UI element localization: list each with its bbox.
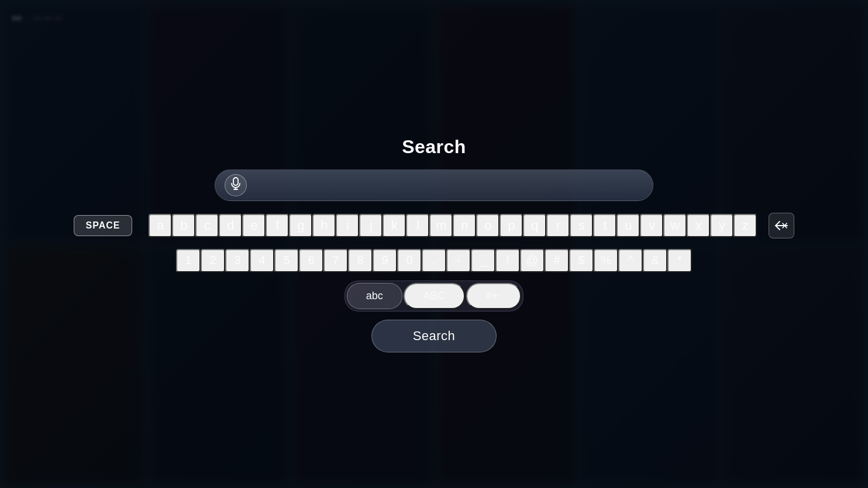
key-n[interactable]: n bbox=[453, 214, 476, 237]
key-w[interactable]: w bbox=[663, 214, 687, 237]
key-t[interactable]: t bbox=[593, 214, 616, 237]
key-s[interactable]: s bbox=[570, 214, 593, 237]
key-7[interactable]: 7 bbox=[323, 249, 348, 272]
key-e[interactable]: e bbox=[242, 214, 266, 237]
key-o[interactable]: o bbox=[476, 214, 500, 237]
search-input-bar[interactable] bbox=[215, 169, 653, 201]
mode-tab-lowercase[interactable]: abc bbox=[347, 283, 402, 309]
key-hash[interactable]: # bbox=[545, 249, 569, 272]
mode-tab-uppercase[interactable]: ABC bbox=[404, 283, 465, 309]
key-b[interactable]: b bbox=[172, 214, 195, 237]
key-5[interactable]: 5 bbox=[274, 249, 299, 272]
keyboard-row-letters: SPACE a b c d e f g h i j k l m n o p q … bbox=[74, 213, 795, 238]
mic-button[interactable] bbox=[225, 174, 247, 196]
key-3[interactable]: 3 bbox=[225, 249, 250, 272]
key-2[interactable]: 2 bbox=[201, 249, 225, 272]
key-u[interactable]: u bbox=[616, 214, 640, 237]
key-m[interactable]: m bbox=[429, 214, 453, 237]
key-ampersand[interactable]: & bbox=[643, 249, 667, 272]
key-underscore[interactable]: _ bbox=[471, 249, 495, 272]
search-text-input[interactable] bbox=[253, 170, 643, 200]
top-bar-logo: ●● bbox=[12, 13, 22, 22]
key-g[interactable]: g bbox=[289, 214, 312, 237]
key-i[interactable]: i bbox=[336, 214, 359, 237]
key-p[interactable]: p bbox=[500, 214, 523, 237]
mic-icon bbox=[230, 177, 241, 193]
key-star[interactable]: * bbox=[667, 249, 692, 272]
key-j[interactable]: j bbox=[359, 214, 383, 237]
key-percent[interactable]: % bbox=[594, 249, 618, 272]
key-r[interactable]: r bbox=[546, 214, 570, 237]
key-period[interactable]: . bbox=[422, 249, 446, 272]
search-dialog: Search SPACE a b c d e f g bbox=[200, 136, 668, 352]
mode-tab-symbols[interactable]: #+- bbox=[466, 283, 522, 309]
key-0[interactable]: 0 bbox=[397, 249, 422, 272]
key-l[interactable]: l bbox=[406, 214, 429, 237]
key-h[interactable]: h bbox=[312, 214, 336, 237]
key-dash[interactable]: - bbox=[446, 249, 471, 272]
key-exclaim[interactable]: ! bbox=[495, 249, 520, 272]
key-y[interactable]: y bbox=[710, 214, 733, 237]
key-4[interactable]: 4 bbox=[250, 249, 274, 272]
key-9[interactable]: 9 bbox=[373, 249, 397, 272]
svg-rect-0 bbox=[233, 178, 238, 185]
key-a[interactable]: a bbox=[149, 214, 172, 237]
key-z[interactable]: z bbox=[733, 214, 757, 237]
key-c[interactable]: c bbox=[195, 214, 219, 237]
backspace-key[interactable] bbox=[769, 213, 794, 238]
key-dollar[interactable]: $ bbox=[569, 249, 594, 272]
key-x[interactable]: x bbox=[687, 214, 710, 237]
key-k[interactable]: k bbox=[383, 214, 406, 237]
search-title: Search bbox=[402, 136, 466, 158]
key-caret[interactable]: ^ bbox=[618, 249, 643, 272]
search-button[interactable]: Search bbox=[371, 320, 497, 352]
key-6[interactable]: 6 bbox=[299, 249, 323, 272]
key-v[interactable]: v bbox=[640, 214, 663, 237]
mode-tabs: abc ABC #+- bbox=[345, 281, 524, 312]
keyboard: SPACE a b c d e f g h i j k l m n o p q … bbox=[200, 213, 668, 352]
top-bar: ●● — — — bbox=[0, 0, 868, 35]
space-key[interactable]: SPACE bbox=[74, 215, 133, 236]
key-d[interactable]: d bbox=[219, 214, 242, 237]
keyboard-row-numbers: 1 2 3 4 5 6 7 8 9 0 . - _ ! @ # $ % ^ & … bbox=[176, 249, 692, 272]
key-8[interactable]: 8 bbox=[348, 249, 373, 272]
key-at[interactable]: @ bbox=[520, 249, 545, 272]
key-1[interactable]: 1 bbox=[176, 249, 201, 272]
key-q[interactable]: q bbox=[523, 214, 546, 237]
key-f[interactable]: f bbox=[266, 214, 289, 237]
top-bar-nav: — — — bbox=[33, 13, 63, 22]
